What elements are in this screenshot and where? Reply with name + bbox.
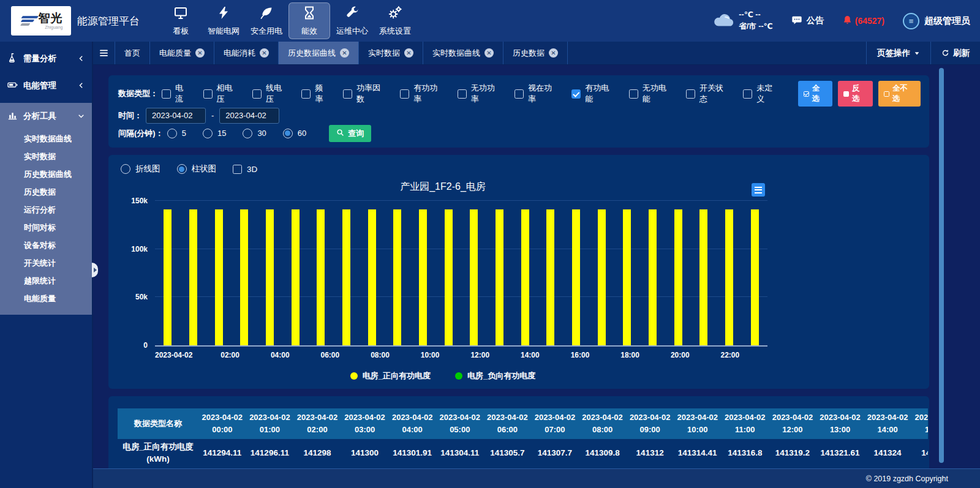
type-checkbox-10[interactable]: 开关状态 [686, 83, 731, 105]
tab-close-icon[interactable]: ✕ [260, 48, 269, 58]
sidebar-group-energy-management[interactable]: 电能管理 [0, 72, 92, 99]
interval-radio-60[interactable]: 60 [283, 129, 306, 138]
table-header-col: 2023-04-02 13:00 [816, 408, 864, 439]
bar [470, 209, 478, 345]
type-checkbox-0[interactable]: 电流 [162, 83, 191, 105]
table-cell: 141301.91 [388, 439, 436, 467]
chart-toolbox-button[interactable] [752, 183, 765, 197]
time-from-input[interactable] [146, 108, 206, 124]
nav-item-safe-power[interactable]: 安全用电 [246, 2, 287, 39]
sidebar-item-time-benchmark[interactable]: 时间对标 [0, 219, 92, 236]
select-all-button[interactable]: 全选 [798, 81, 833, 107]
type-checkbox-label: 功率因数 [356, 83, 388, 105]
tab-history-curve[interactable]: 历史数据曲线✕ [279, 42, 359, 64]
tab-label: 历史数据 [513, 48, 545, 59]
bar [342, 209, 350, 345]
bar [393, 209, 401, 345]
type-checkbox-label: 相电压 [217, 83, 240, 105]
sidebar-item-realtime-data[interactable]: 实时数据 [0, 148, 92, 165]
tab-home[interactable]: 首页 [115, 42, 150, 64]
chart-mode-three-d[interactable]: 3D [233, 165, 257, 174]
chart-mode-bar-chart[interactable]: 柱状图 [177, 163, 217, 175]
type-checkbox-7[interactable]: 视在功率 [514, 83, 559, 105]
type-checkbox-8[interactable]: 有功电能 [571, 83, 616, 105]
bar-slot [257, 201, 283, 345]
x-axis-tick: 12:00 [467, 351, 492, 359]
leaf-icon [259, 6, 274, 23]
tab-realtime-curve[interactable]: 实时数据曲线✕ [423, 42, 503, 64]
nav-item-dashboard[interactable]: 看板 [160, 2, 202, 39]
type-checkbox-label: 开关状态 [699, 83, 731, 105]
nav-item-smart-grid[interactable]: 智能电网 [203, 2, 244, 39]
interval-radio-30[interactable]: 30 [243, 129, 266, 138]
sidebar-item-power-quality[interactable]: 电能质量 [0, 290, 92, 307]
nav-item-ops-center[interactable]: 运维中心 [331, 2, 373, 39]
table-cell: 141298 [293, 439, 341, 467]
checkbox-icon [162, 89, 171, 99]
user-menu[interactable]: ≡ 超级管理员 [903, 13, 970, 29]
sidebar-group-label: 电能管理 [23, 80, 56, 91]
tab-menu-button[interactable] [93, 42, 115, 64]
tab-history-data[interactable]: 历史数据✕ [503, 42, 568, 64]
tab-operations-dropdown[interactable]: 页签操作 [866, 42, 930, 64]
bar [751, 209, 759, 345]
type-checkbox-9[interactable]: 无功电能 [629, 83, 674, 105]
tab-close-icon[interactable]: ✕ [549, 48, 558, 58]
type-checkbox-6[interactable]: 无功功率 [458, 83, 502, 105]
invert-selection-button[interactable]: 反选 [838, 81, 873, 107]
type-checkbox-11[interactable]: 未定义 [743, 83, 780, 105]
sidebar-item-limit-stats[interactable]: 越限统计 [0, 272, 92, 290]
refresh-button[interactable]: 刷新 [930, 42, 980, 64]
sidebar-group-analysis-tools[interactable]: 分析工具 [0, 103, 92, 130]
sidebar-item-operation-analysis[interactable]: 运行分析 [0, 201, 92, 219]
weather-widget: --℃ -- 省/市 --℃ [712, 9, 772, 33]
legend-item-0[interactable]: 电房_正向有功电度 [350, 370, 431, 381]
vertical-scrollbar[interactable] [939, 68, 944, 463]
notification-button[interactable]: (64527) [842, 15, 884, 28]
type-checkbox-2[interactable]: 线电压 [252, 83, 289, 105]
type-checkbox-5[interactable]: 有功功率 [400, 83, 445, 105]
query-button[interactable]: 查询 [329, 125, 371, 142]
bar [521, 209, 529, 345]
table-row-name: 电房_正向有功电度 (kWh) [118, 439, 198, 467]
hourglass-icon [302, 6, 317, 23]
radio-icon [177, 164, 187, 174]
checkbox-icon [514, 89, 524, 99]
interval-radio-5[interactable]: 5 [167, 129, 186, 138]
sidebar-item-switch-stats[interactable]: 开关统计 [0, 254, 92, 272]
checkbox-icon [233, 165, 242, 174]
tab-close-icon[interactable]: ✕ [195, 48, 205, 58]
legend-item-1[interactable]: 电房_负向有功电度 [455, 370, 535, 381]
nav-item-system-settings[interactable]: 系统设置 [374, 2, 416, 39]
tab-close-icon[interactable]: ✕ [484, 48, 494, 58]
sidebar-item-history-data[interactable]: 历史数据 [0, 183, 92, 201]
sidebar-item-history-curve[interactable]: 历史数据曲线 [0, 165, 92, 183]
announcement-button[interactable]: 公告 [791, 15, 824, 28]
x-axis-tick: 02:00 [217, 351, 243, 359]
bar-slot [334, 201, 360, 345]
table-header-col: 2023-04-02 09:00 [626, 408, 674, 439]
nav-item-label: 系统设置 [379, 26, 411, 37]
select-none-button[interactable]: 全不选 [878, 81, 921, 107]
nav-item-energy-efficiency[interactable]: 能效 [288, 2, 330, 39]
interval-label: 间隔(分钟)： [118, 128, 164, 139]
sidebar-item-device-benchmark[interactable]: 设备对标 [0, 236, 92, 254]
tab-energy-consumption[interactable]: 电能消耗✕ [214, 42, 279, 64]
tab-close-icon[interactable]: ✕ [340, 48, 349, 58]
interval-radio-15[interactable]: 15 [203, 129, 226, 138]
sidebar-item-realtime-curve[interactable]: 实时数据曲线 [0, 130, 92, 148]
tab-close-icon[interactable]: ✕ [404, 48, 413, 58]
x-axis-tick [293, 351, 318, 359]
tab-realtime-data[interactable]: 实时数据✕ [359, 42, 423, 64]
sidebar-group-label: 分析工具 [23, 111, 56, 122]
time-to-input[interactable] [219, 108, 279, 124]
type-checkbox-4[interactable]: 功率因数 [343, 83, 388, 105]
chart-mode-line-chart[interactable]: 折线图 [121, 163, 160, 175]
type-checkbox-1[interactable]: 相电压 [203, 83, 240, 105]
y-axis-tick: 50k [119, 293, 148, 301]
type-checkbox-3[interactable]: 频率 [301, 83, 331, 105]
x-axis-tick: 20:00 [668, 351, 693, 359]
sidebar-group-demand-analysis[interactable]: 需量分析 [0, 45, 92, 72]
tab-power-quality[interactable]: 电能质量✕ [150, 42, 214, 64]
nav-item-label: 运维中心 [336, 26, 368, 37]
